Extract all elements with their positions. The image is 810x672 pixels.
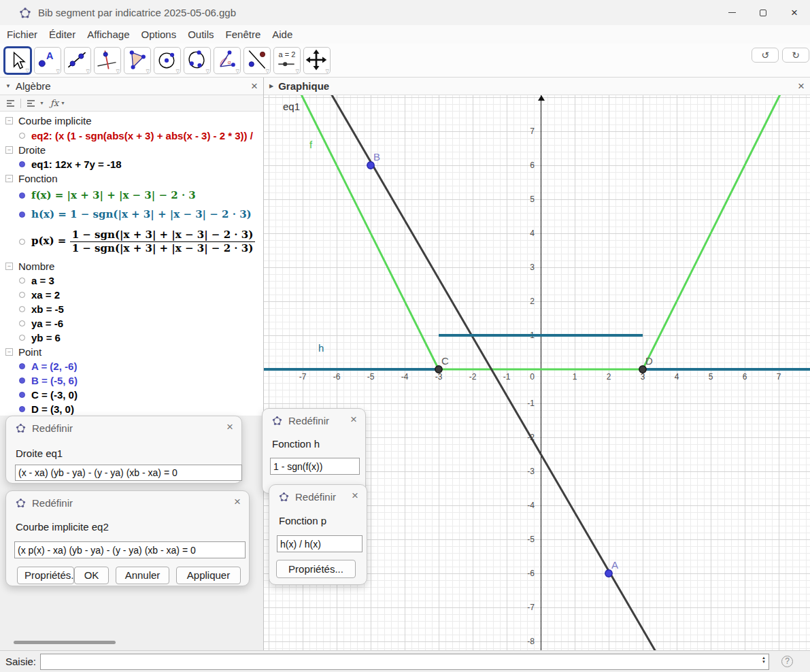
- tool-dropdown-icon[interactable]: ▽: [176, 69, 180, 74]
- tool-dropdown-icon[interactable]: ▽: [146, 69, 150, 74]
- close-icon[interactable]: ×: [798, 80, 805, 92]
- menu-options[interactable]: Options: [141, 29, 176, 40]
- collapse-minus-icon[interactable]: −: [5, 117, 13, 124]
- visibility-dot-off[interactable]: [19, 239, 25, 245]
- point-tool[interactable]: A▽: [34, 47, 61, 74]
- redefine-input[interactable]: [14, 541, 246, 558]
- tree-item-eq1[interactable]: eq1: 12x + 7y = -18: [0, 157, 263, 171]
- point-A[interactable]: [605, 570, 612, 577]
- redefine-input[interactable]: [277, 535, 362, 552]
- collapse-triangle-icon[interactable]: ▼: [5, 83, 11, 89]
- close-icon[interactable]: ×: [226, 421, 233, 433]
- tree-item-xa[interactable]: xa = 2: [0, 288, 263, 302]
- collapse-minus-icon[interactable]: −: [5, 175, 13, 182]
- cancel-button[interactable]: Annuler: [116, 567, 169, 584]
- menu-outils[interactable]: Outils: [188, 29, 214, 40]
- tool-dropdown-icon[interactable]: ▽: [266, 69, 269, 74]
- tool-dropdown-icon[interactable]: ▽: [206, 69, 209, 74]
- dialog-title-bar[interactable]: Redéfinir ×: [6, 491, 249, 509]
- collapse-minus-icon[interactable]: −: [5, 348, 13, 356]
- tree-item-D[interactable]: D = (3, 0): [0, 402, 263, 416]
- visibility-dot-off[interactable]: [19, 306, 25, 312]
- menu-aide[interactable]: Aide: [272, 29, 292, 40]
- menu-affichage[interactable]: Affichage: [87, 29, 129, 40]
- visibility-dot-on[interactable]: [19, 192, 25, 199]
- tool-dropdown-icon[interactable]: ▽: [56, 69, 60, 74]
- expand-triangle-icon[interactable]: ▶: [269, 83, 273, 89]
- tree-item-f[interactable]: f(x) = |x + 3| + |x − 3| − 2 · 3: [0, 186, 263, 205]
- tree-item-C[interactable]: C = (-3, 0): [0, 388, 263, 402]
- menu-fenetre[interactable]: Fenêtre: [226, 29, 261, 40]
- visibility-dot-on[interactable]: [19, 406, 25, 412]
- visibility-dot-on[interactable]: [19, 363, 25, 369]
- tool-dropdown-icon[interactable]: ▽: [26, 68, 29, 73]
- slider-tool[interactable]: a = 2▽: [273, 47, 301, 74]
- tree-item-p[interactable]: p(x) = 1 − sgn(|x + 3| + |x − 3| − 2 · 3…: [0, 224, 263, 259]
- visibility-dot-on[interactable]: [19, 161, 25, 167]
- tree-item-a[interactable]: a = 3: [0, 273, 263, 288]
- chevron-down-icon[interactable]: ▼: [61, 101, 65, 105]
- reflection-tool[interactable]: ▽: [243, 47, 271, 74]
- point-D[interactable]: [639, 366, 646, 373]
- tree-item-yb[interactable]: yb = 6: [0, 331, 263, 345]
- line-tool[interactable]: ▽: [64, 47, 91, 74]
- apply-button[interactable]: Appliquer: [176, 567, 241, 584]
- tool-dropdown-icon[interactable]: ▽: [116, 69, 120, 74]
- dialog-title-bar[interactable]: Redéfinir ×: [269, 485, 367, 503]
- move-graphics-tool[interactable]: ▽: [303, 47, 331, 74]
- visibility-dot-on[interactable]: [19, 392, 25, 398]
- point-C[interactable]: [435, 366, 442, 373]
- curve-f[interactable]: [301, 95, 781, 369]
- close-button[interactable]: ×: [779, 0, 810, 25]
- tool-dropdown-icon[interactable]: ▽: [86, 69, 90, 74]
- properties-button[interactable]: Propriétés...: [276, 560, 356, 578]
- tree-group-point[interactable]: −Point: [0, 345, 263, 359]
- tree-group-droite[interactable]: −Droite: [0, 143, 263, 157]
- redefine-input[interactable]: [15, 465, 242, 481]
- visibility-dot-off[interactable]: [19, 133, 25, 139]
- tree-item-xb[interactable]: xb = -5: [0, 302, 263, 316]
- tree-group-nombre[interactable]: −Nombre: [0, 259, 263, 273]
- tree-item-eq2[interactable]: eq2: (x (1 - sgn(abs(x + 3) + abs(x - 3)…: [0, 128, 263, 143]
- dialog-title-bar[interactable]: Redéfinir ×: [263, 409, 365, 426]
- perpendicular-line-tool[interactable]: ▽: [94, 47, 121, 74]
- circle-tool[interactable]: ▽: [154, 47, 181, 74]
- tree-item-ya[interactable]: ya = -6: [0, 316, 263, 331]
- close-icon[interactable]: ×: [234, 496, 241, 507]
- tree-item-A[interactable]: A = (2, -6): [0, 359, 263, 373]
- tree-item-B[interactable]: B = (-5, 6): [0, 373, 263, 388]
- help-icon[interactable]: ?: [781, 656, 793, 667]
- undo-button[interactable]: ↺: [752, 48, 779, 63]
- point-B[interactable]: [367, 162, 374, 169]
- visibility-dot-on[interactable]: [19, 377, 25, 384]
- visibility-dot-off[interactable]: [19, 292, 25, 298]
- tool-dropdown-icon[interactable]: ▽: [326, 69, 329, 74]
- line-eq1[interactable]: [329, 95, 656, 650]
- collapse-minus-icon[interactable]: −: [5, 146, 13, 154]
- auxiliary-objects-icon[interactable]: [7, 100, 14, 107]
- visibility-dot-off[interactable]: [19, 335, 25, 341]
- dialog-title-bar[interactable]: Redéfinir ×: [6, 416, 241, 434]
- collapse-minus-icon[interactable]: −: [5, 263, 13, 270]
- sort-objects-icon[interactable]: [27, 100, 35, 107]
- conic-tool[interactable]: ▽: [184, 47, 211, 74]
- redo-button[interactable]: ↻: [782, 48, 809, 63]
- polygon-tool[interactable]: ▽: [124, 47, 151, 74]
- visibility-dot-off[interactable]: [19, 320, 25, 326]
- close-icon[interactable]: ×: [350, 414, 357, 425]
- tree-group-courbe-implicite[interactable]: −Courbe implicite: [0, 114, 263, 128]
- angle-tool[interactable]: α▽: [214, 47, 241, 74]
- maximize-button[interactable]: [747, 0, 779, 25]
- move-tool[interactable]: ▽: [4, 47, 31, 74]
- horizontal-scrollbar[interactable]: [14, 641, 116, 644]
- chevron-down-icon[interactable]: ▼: [39, 101, 44, 105]
- visibility-dot-off[interactable]: [19, 278, 25, 284]
- tree-group-fonction[interactable]: −Fonction: [0, 171, 263, 186]
- command-input[interactable]: [40, 654, 769, 670]
- tool-dropdown-icon[interactable]: ▽: [296, 69, 299, 74]
- redefine-input[interactable]: [270, 458, 360, 475]
- input-history-spinner[interactable]: ▲ ▼: [762, 656, 766, 664]
- properties-button[interactable]: Propriétés...: [17, 567, 74, 584]
- fx-filter-icon[interactable]: ƒx: [50, 98, 58, 108]
- menu-fichier[interactable]: Fichier: [7, 29, 37, 40]
